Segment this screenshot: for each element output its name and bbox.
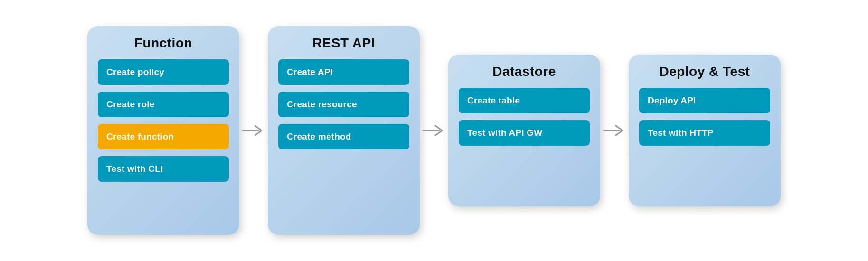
panel-datastore-title: Datastore — [492, 64, 556, 79]
btn-test-http[interactable]: Test with HTTP — [639, 120, 770, 146]
btn-create-api[interactable]: Create API — [278, 59, 409, 85]
panel-rest-api: REST API Create API Create resource Crea… — [268, 26, 420, 235]
arrow-3 — [600, 120, 629, 141]
arrow-1 — [239, 120, 268, 141]
panel-deploy-test: Deploy & Test Deploy API Test with HTTP — [629, 55, 781, 206]
panel-deploy-test-title: Deploy & Test — [659, 64, 750, 79]
btn-create-table[interactable]: Create table — [459, 88, 590, 113]
btn-deploy-api[interactable]: Deploy API — [639, 88, 770, 113]
arrow-2 — [420, 120, 448, 141]
panel-function-title: Function — [134, 36, 192, 51]
panel-rest-api-title: REST API — [312, 36, 375, 51]
btn-create-role[interactable]: Create role — [98, 92, 229, 117]
btn-create-resource[interactable]: Create resource — [278, 92, 409, 117]
btn-create-function[interactable]: Create function — [98, 124, 229, 149]
btn-test-api-gw[interactable]: Test with API GW — [459, 120, 590, 146]
btn-test-cli[interactable]: Test with CLI — [98, 156, 229, 182]
panel-function: Function Create policy Create role Creat… — [87, 26, 239, 235]
btn-create-method[interactable]: Create method — [278, 124, 409, 149]
panel-datastore: Datastore Create table Test with API GW — [448, 55, 600, 206]
diagram: Function Create policy Create role Creat… — [68, 17, 800, 244]
btn-create-policy[interactable]: Create policy — [98, 59, 229, 85]
